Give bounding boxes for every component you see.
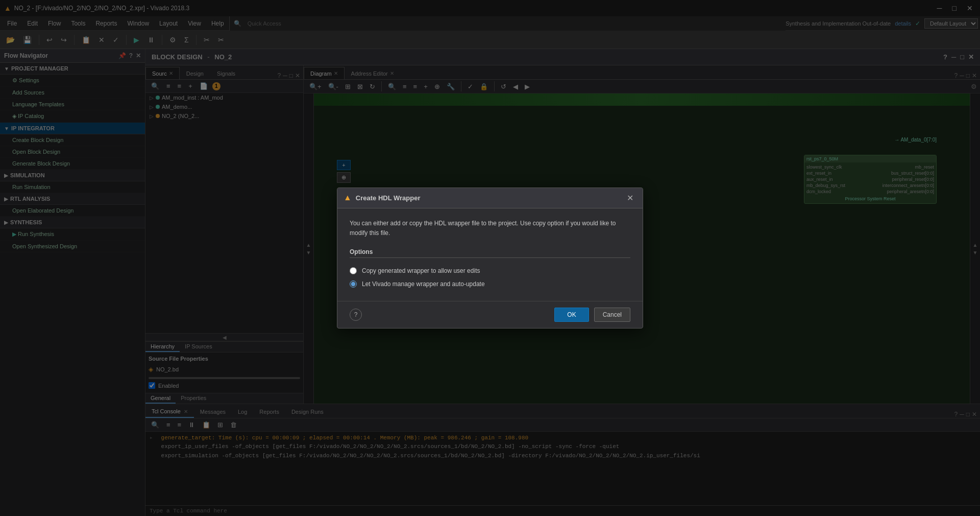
- modal-overlay: ▲ Create HDL Wrapper ✕ You can either ad…: [0, 0, 980, 516]
- modal-body: You can either add or copy the HDL wrapp…: [337, 208, 643, 301]
- radio-option-copy[interactable]: Copy generated wrapper to allow user edi…: [350, 264, 630, 277]
- modal-options-title: Options: [350, 248, 630, 258]
- modal-cancel-button[interactable]: Cancel: [594, 308, 630, 322]
- modal-help-button[interactable]: ?: [350, 309, 362, 321]
- modal-header: ▲ Create HDL Wrapper ✕: [337, 188, 643, 208]
- radio-manage-label: Let Vivado manage wrapper and auto-updat…: [362, 280, 485, 288]
- modal-ok-button[interactable]: OK: [554, 308, 589, 322]
- radio-copy-label: Copy generated wrapper to allow user edi…: [362, 267, 480, 274]
- modal-title: ▲ Create HDL Wrapper: [344, 193, 421, 202]
- vivado-triangle-icon: ▲: [344, 193, 352, 202]
- radio-copy[interactable]: [350, 267, 357, 274]
- modal-footer: ? OK Cancel: [337, 301, 643, 328]
- radio-option-manage[interactable]: Let Vivado manage wrapper and auto-updat…: [350, 277, 630, 291]
- modal-description: You can either add or copy the HDL wrapp…: [350, 219, 630, 238]
- create-hdl-wrapper-dialog: ▲ Create HDL Wrapper ✕ You can either ad…: [337, 187, 643, 329]
- radio-manage[interactable]: [350, 280, 357, 288]
- modal-close-button[interactable]: ✕: [624, 192, 636, 204]
